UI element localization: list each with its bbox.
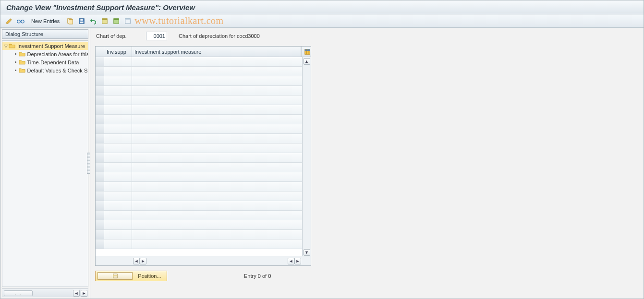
table-row[interactable]: [96, 239, 302, 249]
cell-invsupp[interactable]: [104, 230, 132, 239]
row-header[interactable]: [96, 191, 104, 201]
row-header[interactable]: [96, 105, 104, 114]
cell-invsupp[interactable]: [104, 163, 132, 172]
scroll-down-button[interactable]: ▼: [304, 249, 310, 256]
hscroll-right-button[interactable]: ◄: [288, 258, 294, 264]
tree-item-time-dependent[interactable]: • Time-Dependent Data: [2, 58, 88, 66]
table-row[interactable]: [96, 182, 302, 191]
cell-measure[interactable]: [132, 172, 302, 181]
table-row[interactable]: [96, 134, 302, 144]
grid-row-header-corner[interactable]: [96, 47, 104, 57]
table-row[interactable]: [96, 230, 302, 239]
cell-measure[interactable]: [132, 115, 302, 124]
row-header[interactable]: [96, 239, 104, 249]
cell-invsupp[interactable]: [104, 201, 132, 210]
table-row[interactable]: [96, 67, 302, 76]
table-row[interactable]: [96, 124, 302, 134]
copy-button[interactable]: [65, 16, 75, 26]
cell-measure[interactable]: [132, 105, 302, 114]
cell-invsupp[interactable]: [104, 220, 132, 229]
row-header[interactable]: [96, 201, 104, 210]
row-header[interactable]: [96, 163, 104, 172]
row-header[interactable]: [96, 182, 104, 191]
cell-invsupp[interactable]: [104, 191, 132, 201]
cell-invsupp[interactable]: [104, 144, 132, 153]
cell-invsupp[interactable]: [104, 211, 132, 220]
table-row[interactable]: [96, 220, 302, 230]
cell-measure[interactable]: [132, 182, 302, 191]
row-header[interactable]: [96, 172, 104, 181]
hscroll-left2-button[interactable]: ►: [140, 258, 146, 264]
row-header[interactable]: [96, 86, 104, 95]
hscroll-left-button[interactable]: ◄: [133, 258, 140, 264]
tree-hscroll-thumb[interactable]: ⋮⋮: [4, 290, 33, 296]
grid-col-measure[interactable]: Investment support measure: [132, 47, 301, 57]
cell-invsupp[interactable]: [104, 96, 132, 105]
tree-scroll-left[interactable]: ◄: [73, 290, 80, 297]
table-row[interactable]: [96, 57, 302, 67]
table-row[interactable]: [96, 86, 302, 96]
scroll-up-button[interactable]: ▲: [304, 58, 310, 65]
cell-invsupp[interactable]: [104, 57, 132, 66]
cell-measure[interactable]: [132, 96, 302, 105]
tree-item-investment-support[interactable]: ▽ Investment Support Measure: [2, 42, 88, 50]
cell-invsupp[interactable]: [104, 67, 132, 76]
cell-measure[interactable]: [132, 211, 302, 220]
cell-invsupp[interactable]: [104, 124, 132, 133]
row-header[interactable]: [96, 57, 104, 66]
tree-toggle-icon[interactable]: ▽: [4, 44, 8, 48]
cell-measure[interactable]: [132, 134, 302, 143]
row-header[interactable]: [96, 76, 104, 85]
cell-measure[interactable]: [132, 67, 302, 76]
row-header[interactable]: [96, 134, 104, 143]
cell-measure[interactable]: [132, 153, 302, 162]
cell-measure[interactable]: [132, 230, 302, 239]
row-header[interactable]: [96, 115, 104, 124]
cell-measure[interactable]: [132, 76, 302, 85]
cell-measure[interactable]: [132, 144, 302, 153]
tree-scroll-right[interactable]: ►: [81, 290, 87, 297]
table-row[interactable]: [96, 191, 302, 201]
table-row[interactable]: [96, 163, 302, 172]
row-header[interactable]: [96, 153, 104, 162]
undo-button[interactable]: [88, 16, 98, 26]
cell-measure[interactable]: [132, 191, 302, 201]
delete-button[interactable]: [77, 16, 86, 26]
table-row[interactable]: [96, 153, 302, 163]
tree-item-depreciation-areas[interactable]: • Depreciation Areas for this Measure: [2, 50, 88, 58]
tree-item-default-values[interactable]: • Default Values & Check Specifications: [2, 66, 88, 74]
position-button[interactable]: Position...: [95, 271, 167, 281]
table-row[interactable]: [96, 76, 302, 86]
cell-measure[interactable]: [132, 124, 302, 133]
row-header[interactable]: [96, 96, 104, 105]
edit-button[interactable]: [4, 16, 14, 26]
table-row[interactable]: [96, 211, 302, 220]
cell-invsupp[interactable]: [104, 153, 132, 162]
table-row[interactable]: [96, 201, 302, 211]
table-row[interactable]: [96, 144, 302, 153]
table-settings-button[interactable]: [301, 47, 311, 57]
grid-col-invsupp[interactable]: Inv.supp: [104, 47, 132, 57]
hscroll-right2-button[interactable]: ►: [294, 258, 301, 264]
row-header[interactable]: [96, 230, 104, 239]
select-all-button[interactable]: [100, 16, 109, 26]
row-header[interactable]: [96, 67, 104, 76]
cell-invsupp[interactable]: [104, 172, 132, 181]
splitter-handle[interactable]: [87, 153, 90, 174]
cell-measure[interactable]: [132, 163, 302, 172]
cell-invsupp[interactable]: [104, 115, 132, 124]
row-header[interactable]: [96, 144, 104, 153]
cell-invsupp[interactable]: [104, 182, 132, 191]
cell-measure[interactable]: [132, 201, 302, 210]
display-button[interactable]: [16, 16, 25, 26]
row-header[interactable]: [96, 124, 104, 133]
select-block-button[interactable]: [111, 16, 121, 26]
cell-invsupp[interactable]: [104, 86, 132, 95]
deselect-button[interactable]: [123, 16, 133, 26]
row-header[interactable]: [96, 211, 104, 220]
cell-invsupp[interactable]: [104, 76, 132, 85]
cell-invsupp[interactable]: [104, 239, 132, 249]
cell-measure[interactable]: [132, 86, 302, 95]
row-header[interactable]: [96, 220, 104, 229]
new-entries-button[interactable]: New Entries: [27, 16, 63, 26]
